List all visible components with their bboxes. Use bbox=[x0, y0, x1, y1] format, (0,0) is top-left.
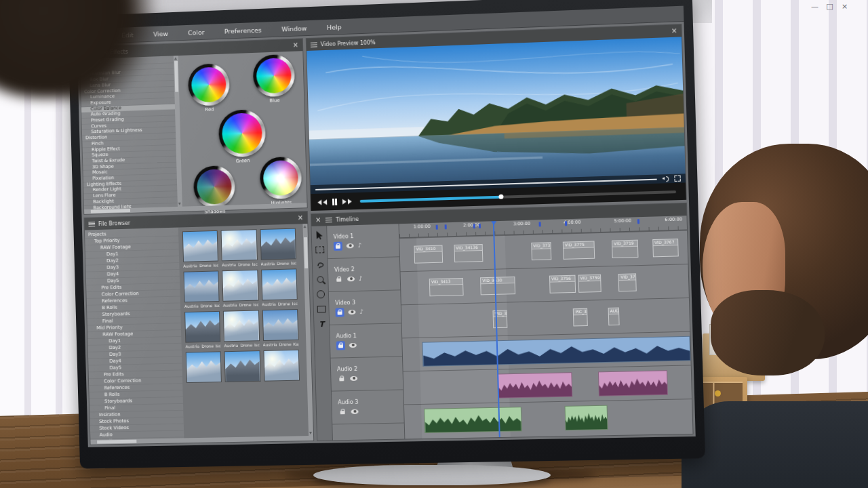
lock-toggle[interactable] bbox=[337, 374, 346, 383]
timeline-clip[interactable]: VID_3730 bbox=[531, 242, 551, 260]
thumbnail-image[interactable] bbox=[224, 350, 261, 382]
audio-note-icon[interactable]: ♪ bbox=[359, 308, 363, 314]
audio-note-icon[interactable]: ♪ bbox=[359, 275, 363, 281]
window-control-button[interactable]: □ bbox=[825, 2, 834, 12]
thumbnail-image[interactable] bbox=[261, 268, 298, 300]
color-wheel[interactable]: Blue bbox=[252, 54, 295, 98]
pause-button[interactable] bbox=[332, 198, 337, 205]
lasso-tool[interactable] bbox=[315, 260, 325, 269]
clip-thumbnail[interactable]: Austria_Drone_Ischgl4_4 bbox=[184, 311, 221, 349]
timeline-clip[interactable]: VID_9630 bbox=[480, 277, 515, 295]
menu-item[interactable]: Color bbox=[188, 28, 205, 36]
clip-thumbnail[interactable]: Austria_Drone_Kaprun1_1 bbox=[262, 309, 298, 347]
visibility-eye-icon[interactable] bbox=[351, 409, 358, 413]
text-tool[interactable]: T bbox=[317, 319, 326, 329]
timeline-clip[interactable]: VID_34136 bbox=[454, 244, 483, 262]
thumbnail-image[interactable] bbox=[262, 309, 298, 341]
timeline-clip[interactable] bbox=[564, 405, 608, 431]
timeline-clip[interactable]: PIC_37 bbox=[573, 308, 588, 327]
lock-toggle[interactable] bbox=[338, 407, 347, 416]
timeline-clip[interactable]: VID_37 bbox=[493, 310, 508, 329]
thumbnail-image[interactable] bbox=[263, 350, 300, 382]
thumbnail-image[interactable] bbox=[221, 229, 258, 261]
thumbnail-image[interactable] bbox=[260, 228, 296, 260]
lock-toggle[interactable] bbox=[334, 241, 342, 250]
timeline-marker[interactable] bbox=[473, 224, 475, 228]
timeline-marker[interactable] bbox=[637, 219, 639, 224]
timeline-marker[interactable] bbox=[565, 221, 567, 226]
close-icon[interactable]: × bbox=[298, 214, 304, 221]
volume-icon[interactable] bbox=[662, 176, 670, 182]
lock-toggle[interactable] bbox=[334, 274, 343, 283]
clip-thumbnail[interactable]: Austria_Drone_Ischgl2_3 bbox=[222, 270, 258, 308]
clip-thumbnail[interactable]: Austria_Drone_Ischgl1_3 bbox=[221, 229, 258, 267]
timeline-clip[interactable] bbox=[497, 372, 572, 399]
timeline-clip[interactable]: VID_3719 bbox=[612, 240, 638, 258]
timeline-marker[interactable] bbox=[436, 225, 438, 230]
color-wheel[interactable]: Red bbox=[188, 63, 230, 106]
clip-thumbnail[interactable]: Austria_Drone_Ischgl1_1_2 bbox=[260, 228, 296, 266]
timeline-clip[interactable] bbox=[424, 407, 521, 433]
audio-note-icon[interactable]: ♪ bbox=[358, 242, 362, 248]
timeline-marker[interactable] bbox=[479, 224, 481, 228]
visibility-eye-icon[interactable] bbox=[349, 342, 357, 347]
window-control-button[interactable]: — bbox=[810, 2, 819, 12]
video-viewport[interactable] bbox=[307, 37, 686, 194]
lock-toggle[interactable] bbox=[335, 308, 344, 317]
clip-thumbnail[interactable] bbox=[186, 351, 222, 384]
ellipse-tool[interactable] bbox=[316, 289, 326, 299]
thumbnail-image[interactable] bbox=[223, 310, 260, 342]
color-wheel-hue-disc[interactable] bbox=[222, 113, 263, 155]
visibility-eye-icon[interactable] bbox=[348, 309, 355, 314]
visibility-eye-icon[interactable] bbox=[347, 277, 355, 281]
clip-thumbnail[interactable]: Austria_Drone_Ischgl1_1_4 bbox=[182, 230, 219, 268]
fullscreen-icon[interactable] bbox=[674, 176, 680, 182]
timeline-clip[interactable]: VID_3756 bbox=[549, 275, 576, 293]
panel-menu-icon[interactable] bbox=[88, 222, 95, 226]
timeline-marker[interactable] bbox=[539, 222, 541, 226]
thumbnail-image[interactable] bbox=[182, 230, 218, 262]
clip-thumbnail[interactable]: Austria_Drone_Ischgl4_5 bbox=[223, 310, 260, 348]
visibility-eye-icon[interactable] bbox=[350, 375, 357, 380]
clip-thumbnail[interactable] bbox=[224, 350, 261, 384]
color-wheel-hue-disc[interactable] bbox=[256, 58, 292, 94]
color-wheel-hue-disc[interactable] bbox=[197, 169, 232, 205]
close-icon[interactable]: × bbox=[671, 27, 677, 34]
color-wheel[interactable]: Shadows bbox=[193, 165, 235, 208]
color-wheel-hue-disc[interactable] bbox=[263, 160, 299, 196]
thumbnail-image[interactable] bbox=[222, 270, 258, 302]
menu-item[interactable]: Preferences bbox=[224, 26, 262, 35]
playback-progress-bar[interactable] bbox=[359, 190, 676, 203]
menu-item[interactable]: Help bbox=[327, 23, 342, 31]
lock-toggle[interactable] bbox=[336, 341, 345, 350]
clip-thumbnail[interactable] bbox=[263, 350, 300, 383]
select-tool[interactable] bbox=[315, 230, 324, 239]
timeline-clip[interactable]: VID_3413 bbox=[429, 278, 464, 296]
thumbnail-image[interactable] bbox=[184, 311, 220, 343]
fast-forward-button[interactable] bbox=[342, 199, 352, 204]
timeline-clip[interactable]: VID_3410 bbox=[414, 245, 443, 264]
rectangle-tool[interactable] bbox=[317, 304, 326, 314]
panel-menu-icon[interactable] bbox=[326, 218, 332, 222]
visibility-eye-icon[interactable] bbox=[347, 243, 354, 248]
timeline-clip[interactable]: VID_3759 bbox=[578, 274, 601, 293]
close-icon[interactable]: × bbox=[315, 217, 321, 224]
thumbnail-image[interactable] bbox=[183, 270, 219, 302]
panel-menu-icon[interactable] bbox=[311, 42, 317, 47]
menu-item[interactable]: Window bbox=[281, 24, 307, 33]
timeline-clip[interactable]: AUD_37 bbox=[608, 308, 620, 326]
timeline-content[interactable]: 1:00:002:00:003:00:004:00:005:00:006:00:… bbox=[399, 216, 693, 439]
clip-thumbnail[interactable]: Austria_Drone_Ischgl2_1_2 bbox=[261, 268, 298, 306]
progress-knob[interactable] bbox=[498, 194, 503, 199]
window-control-button[interactable]: × bbox=[840, 2, 849, 12]
rewind-button[interactable] bbox=[317, 199, 327, 205]
timeline-clip[interactable]: VID_3767 bbox=[652, 239, 679, 257]
thumbnail-image[interactable] bbox=[186, 351, 222, 383]
timeline-clip[interactable]: VID_3775 bbox=[563, 241, 595, 260]
color-wheel[interactable]: Green bbox=[218, 109, 267, 158]
timeline-clip[interactable] bbox=[422, 336, 691, 367]
timeline-clip[interactable] bbox=[598, 370, 669, 396]
color-wheel-hue-disc[interactable] bbox=[191, 66, 226, 102]
close-icon[interactable]: × bbox=[293, 42, 299, 49]
marquee-tool[interactable] bbox=[315, 245, 324, 254]
